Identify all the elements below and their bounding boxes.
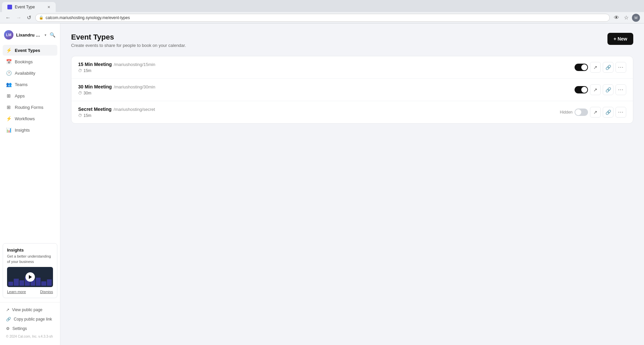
toggle-30min[interactable] (575, 86, 588, 93)
bar-8 (47, 279, 52, 286)
event-path-30min: /mariushosting/30min (114, 84, 155, 89)
eye-icon[interactable]: 👁 (612, 14, 621, 21)
event-actions-secret: Hidden ↗ 🔗 ··· (560, 107, 626, 118)
reload-button[interactable]: ↺ (25, 14, 33, 21)
browser-toolbar: ← → ↺ 🔒 calcom.mariushosting.synology.me… (0, 12, 644, 23)
search-button[interactable]: 🔍 (49, 31, 56, 38)
promo-description: Get a better understanding of your busin… (7, 254, 53, 264)
profile-avatar[interactable]: M (632, 14, 640, 22)
event-types-list: 15 Min Meeting /mariushosting/15min ⏱ 15… (71, 56, 633, 124)
external-link-button-15min[interactable]: ↗ (590, 62, 601, 73)
settings-label: Settings (12, 326, 27, 331)
lock-icon: 🔒 (39, 15, 44, 20)
availability-icon: 🕐 (6, 70, 11, 76)
user-menu-trigger[interactable]: LM Lixandru Ma... ▾ 🔍 (0, 27, 60, 42)
sidebar-item-teams[interactable]: 👥 Teams (3, 79, 57, 90)
sidebar-item-label: Workflows (15, 116, 35, 121)
sidebar-item-apps[interactable]: ⊞ Apps (3, 90, 57, 101)
avatar: LM (4, 30, 13, 40)
tab-title: Event Type (15, 5, 35, 9)
event-item-info-15min: 15 Min Meeting /mariushosting/15min ⏱ 15… (78, 62, 571, 73)
bookings-icon: 📅 (6, 59, 11, 64)
page-header-text: Event Types Create events to share for p… (71, 33, 186, 48)
event-title-row-secret: Secret Meeting /mariushosting/secret (78, 107, 556, 112)
sidebar-item-event-types[interactable]: ⚡ Event Types (3, 45, 57, 56)
main-content: Event Types Create events to share for p… (60, 23, 644, 345)
more-options-button-30min[interactable]: ··· (615, 84, 626, 95)
event-title-row-30min: 30 Min Meeting /mariushosting/30min (78, 84, 571, 89)
event-actions-15min: ↗ 🔗 ··· (575, 62, 626, 73)
sidebar: LM Lixandru Ma... ▾ 🔍 ⚡ Event Types 📅 Bo… (0, 23, 60, 345)
url-text: calcom.mariushosting.synology.me/event-t… (46, 15, 130, 20)
workflows-icon: ⚡ (6, 116, 11, 121)
forward-button[interactable]: → (15, 14, 23, 21)
sidebar-item-availability[interactable]: 🕐 Availability (3, 68, 57, 78)
toggle-secret[interactable] (575, 109, 588, 116)
new-button-label: + New (613, 36, 627, 42)
duration-value-15min: 15m (84, 68, 91, 73)
copy-link-button-15min[interactable]: 🔗 (603, 62, 613, 73)
event-duration-secret: ⏱ 15m (78, 113, 556, 118)
event-item-info-30min: 30 Min Meeting /mariushosting/30min ⏱ 30… (78, 84, 571, 95)
external-link-button-secret[interactable]: ↗ (590, 107, 601, 118)
learn-more-link[interactable]: Learn more (7, 290, 26, 294)
more-options-button-secret[interactable]: ··· (615, 107, 626, 118)
browser-tab-active[interactable]: Event Type ✕ (2, 2, 56, 12)
event-item-secret: Secret Meeting /mariushosting/secret ⏱ 1… (71, 101, 633, 123)
sidebar-item-label: Insights (15, 128, 30, 133)
toggle-15min[interactable] (575, 64, 588, 71)
sidebar-item-routing-forms[interactable]: ⊞ Routing Forms (3, 102, 57, 113)
bar-3 (19, 280, 24, 286)
apps-icon: ⊞ (6, 93, 11, 98)
address-bar[interactable]: 🔒 calcom.mariushosting.synology.me/event… (35, 14, 610, 22)
event-duration-15min: ⏱ 15m (78, 68, 571, 73)
clock-icon-30min: ⏱ (78, 91, 82, 95)
teams-icon: 👥 (6, 82, 11, 87)
sidebar-item-label: Teams (15, 82, 28, 87)
tab-close-button[interactable]: ✕ (47, 5, 50, 9)
sidebar-item-label: Availability (15, 71, 35, 76)
sidebar-item-bookings[interactable]: 📅 Bookings (3, 56, 57, 67)
view-public-page-link[interactable]: ↗ View public page (3, 305, 57, 315)
event-item-30min: 30 Min Meeting /mariushosting/30min ⏱ 30… (71, 79, 633, 101)
copy-link-button-30min[interactable]: 🔗 (603, 84, 613, 95)
promo-video-thumbnail[interactable] (7, 267, 53, 287)
app-container: LM Lixandru Ma... ▾ 🔍 ⚡ Event Types 📅 Bo… (0, 23, 644, 345)
back-button[interactable]: ← (4, 14, 12, 21)
duration-value-secret: 15m (84, 113, 91, 118)
more-options-button-15min[interactable]: ··· (615, 62, 626, 73)
clock-icon-secret: ⏱ (78, 113, 82, 118)
browser-actions: 👁 ☆ M (612, 14, 640, 22)
event-title-30min: 30 Min Meeting (78, 84, 112, 89)
event-title-15min: 15 Min Meeting (78, 62, 112, 67)
sidebar-item-workflows[interactable]: ⚡ Workflows (3, 113, 57, 124)
event-title-secret: Secret Meeting (78, 107, 112, 112)
tab-favicon (7, 5, 12, 9)
event-item-15min: 15 Min Meeting /mariushosting/15min ⏱ 15… (71, 56, 633, 79)
chevron-down-icon: ▾ (45, 33, 46, 37)
sidebar-nav: ⚡ Event Types 📅 Bookings 🕐 Availability … (0, 45, 60, 240)
gear-icon: ⚙ (6, 326, 10, 331)
browser-tabs: Event Type ✕ (0, 0, 644, 12)
settings-link[interactable]: ⚙ Settings (3, 324, 57, 333)
event-duration-30min: ⏱ 30m (78, 91, 571, 95)
sidebar-item-insights[interactable]: 📊 Insights (3, 125, 57, 135)
event-path-15min: /mariushosting/15min (114, 62, 155, 67)
new-event-type-button[interactable]: + New (607, 33, 633, 45)
copy-public-page-link[interactable]: 🔗 Copy public page link (3, 315, 57, 324)
duration-value-30min: 30m (84, 91, 91, 95)
video-play-button[interactable] (25, 272, 35, 282)
page-header: Event Types Create events to share for p… (71, 33, 633, 48)
clock-icon-15min: ⏱ (78, 68, 82, 73)
event-actions-30min: ↗ 🔗 ··· (575, 84, 626, 95)
copy-link-button-secret[interactable]: 🔗 (603, 107, 613, 118)
event-title-row-15min: 15 Min Meeting /mariushosting/15min (78, 62, 571, 67)
copy-public-page-label: Copy public page link (14, 317, 52, 322)
insights-promo-card: Insights Get a better understanding of y… (3, 243, 57, 298)
external-link-button-30min[interactable]: ↗ (590, 84, 601, 95)
bookmark-icon[interactable]: ☆ (623, 14, 630, 21)
page-title: Event Types (71, 33, 186, 42)
hidden-badge: Hidden (560, 110, 573, 115)
dismiss-link[interactable]: Dismiss (40, 290, 53, 294)
bar-6 (36, 278, 41, 286)
